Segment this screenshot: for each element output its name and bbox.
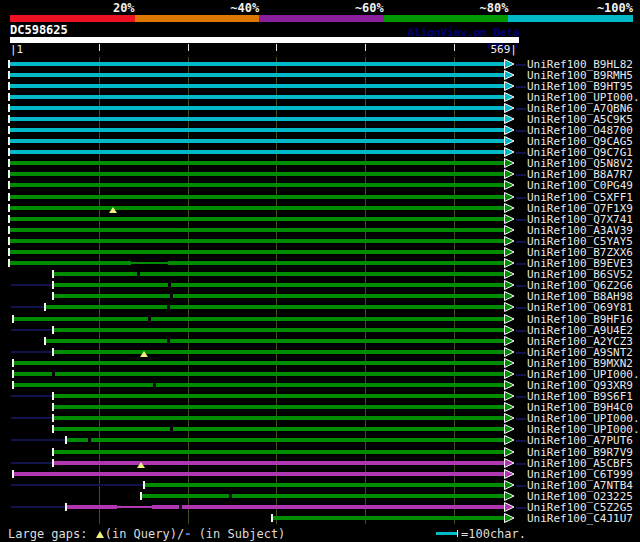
hit-label[interactable]: UniRef100_B9HF16 <box>527 314 633 325</box>
alignment-bar[interactable] <box>10 128 505 132</box>
alignment-bar[interactable] <box>10 183 505 187</box>
alignment-bar[interactable] <box>10 172 505 176</box>
alignment-bar[interactable] <box>54 427 506 431</box>
alignment-bar[interactable] <box>10 62 505 66</box>
alignment-bar[interactable] <box>14 372 505 376</box>
label-connector-dash <box>516 330 526 332</box>
hit-label[interactable]: UniRef100_A9U4E2 <box>527 325 633 336</box>
alignment-bar[interactable] <box>10 161 505 165</box>
alignment-arrowhead-icon <box>504 325 515 336</box>
alignment-bar[interactable] <box>142 494 505 498</box>
alignment-bar[interactable] <box>54 328 506 332</box>
hit-label[interactable]: UniRef100_Q69Y81 <box>527 302 633 313</box>
alignment-bar[interactable] <box>54 283 506 287</box>
subject-gap-line <box>131 262 168 264</box>
hit-label[interactable]: UniRef100_A7PUT6 <box>527 435 633 446</box>
alignment-bar[interactable] <box>10 84 505 88</box>
alignment-arrowhead-icon <box>504 125 515 136</box>
label-connector-dash <box>516 507 526 509</box>
alignment-bar[interactable] <box>10 195 505 199</box>
hit-label[interactable]: UniRef100_C5XFF1 <box>527 192 633 203</box>
alignment-bar[interactable] <box>46 339 505 343</box>
alignment-arrowhead-icon <box>504 169 515 180</box>
alignment-bar[interactable] <box>14 472 505 476</box>
alignment-arrowhead-icon <box>504 513 515 524</box>
alignment-bar[interactable] <box>67 505 118 509</box>
alignment-arrowhead-icon <box>504 302 515 313</box>
label-connector-dash <box>516 197 526 199</box>
alignment-bar[interactable] <box>152 505 505 509</box>
hit-label[interactable]: UniRef100_C4J1U7 <box>527 513 633 524</box>
subject-gap-line <box>117 506 152 508</box>
hit-label[interactable]: UniRef100_C0PG49 <box>527 180 633 191</box>
alignment-bar[interactable] <box>54 461 506 465</box>
alignment-row: UniRef100_A9U4E2 <box>0 325 640 336</box>
query-id: DC598625 <box>10 23 68 37</box>
alignment-bar[interactable] <box>46 305 505 309</box>
alignment-notch <box>88 438 91 442</box>
ruler-tick <box>454 44 455 51</box>
label-connector-dash <box>516 219 526 221</box>
gap-legend-query-text: (in Query)/ <box>105 527 184 541</box>
alignment-bar[interactable] <box>10 95 505 99</box>
alignment-notch <box>170 294 173 298</box>
label-connector-dash <box>516 64 526 66</box>
alignment-bar[interactable] <box>10 250 505 254</box>
alignment-bar[interactable] <box>145 483 505 487</box>
alignment-row: UniRef100_C0PG49 <box>0 180 640 191</box>
flank-line <box>11 462 52 464</box>
query-gap-triangle-icon <box>140 351 148 357</box>
alignment-bar[interactable] <box>10 117 505 121</box>
alignment-bar[interactable] <box>10 228 505 232</box>
alignment-arrowhead-icon <box>504 81 515 92</box>
alignment-arrowhead-icon <box>504 258 515 269</box>
alignment-row: UniRef100_B9R7V9 <box>0 447 640 458</box>
alignment-row: UniRef100_A7PUT6 <box>0 435 640 446</box>
alignment-bar[interactable] <box>168 261 505 265</box>
identity-scale-label: ~100% <box>571 1 633 14</box>
hit-label[interactable]: UniRef100_B9RMH5 <box>527 70 633 81</box>
label-connector-dash <box>516 174 526 176</box>
hit-label[interactable]: UniRef100_Q7F1X9 <box>527 203 633 214</box>
identity-scale-segment <box>259 15 384 22</box>
alignment-bar[interactable] <box>14 317 505 321</box>
hit-label[interactable]: UniRef100_B9R7V9 <box>527 447 633 458</box>
alignment-bar[interactable] <box>54 416 506 420</box>
alignment-notch <box>229 494 232 498</box>
label-connector-dash <box>516 130 526 132</box>
alignment-bar[interactable] <box>14 383 505 387</box>
alignment-arrowhead-icon <box>504 424 515 435</box>
hit-label[interactable]: UniRef100_B9HL82 <box>527 59 633 70</box>
label-connector-dash <box>516 241 526 243</box>
alignment-bar[interactable] <box>54 450 506 454</box>
alignment-arrowhead-icon <box>504 447 515 458</box>
alignment-bar[interactable] <box>54 272 505 276</box>
alignment-bar[interactable] <box>54 294 505 298</box>
alignment-bar[interactable] <box>10 206 505 210</box>
label-connector-dash <box>516 108 526 110</box>
alignment-notch <box>137 272 140 276</box>
alignment-bar[interactable] <box>273 516 505 520</box>
ruler-tick <box>188 44 189 51</box>
hit-label[interactable]: UniRef100_A5CBF5 <box>527 458 633 469</box>
alignment-bar[interactable] <box>10 217 505 221</box>
alignment-bar[interactable] <box>10 239 505 243</box>
alignment-bar[interactable] <box>10 139 505 143</box>
alignment-bar[interactable] <box>10 106 505 110</box>
alignment-bar[interactable] <box>54 350 506 354</box>
alignment-bar[interactable] <box>67 438 505 442</box>
label-connector-dash <box>516 440 526 442</box>
alignment-notch <box>168 283 171 287</box>
alignment-bar[interactable] <box>10 150 505 154</box>
label-connector-dash <box>516 396 526 398</box>
alignment-bar[interactable] <box>54 405 505 409</box>
alignment-bar[interactable] <box>10 73 505 77</box>
alignment-bar[interactable] <box>10 261 131 265</box>
flank-line <box>11 329 52 331</box>
alignment-bar[interactable] <box>14 361 505 365</box>
alignment-notch <box>167 339 170 343</box>
alignment-bar[interactable] <box>54 394 506 398</box>
ruler-tick <box>365 44 366 51</box>
ruler-tick <box>276 44 277 51</box>
identity-scale-segment <box>10 15 135 22</box>
